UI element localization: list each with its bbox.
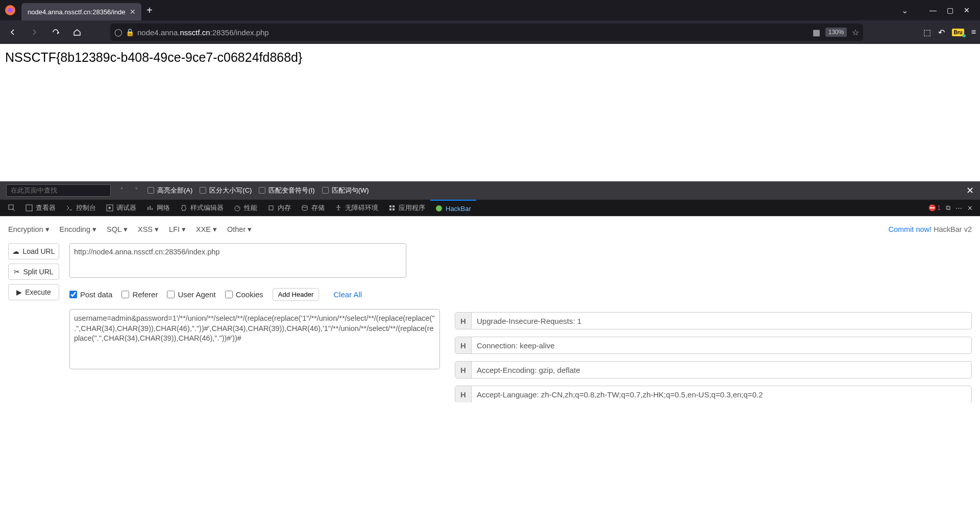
undo-icon[interactable]: ↶ [938, 28, 945, 37]
header-row[interactable]: HConnection: keep-alive [455, 337, 972, 354]
user-agent-checkbox[interactable]: User Agent [167, 290, 215, 299]
qr-icon[interactable]: ▦ [813, 28, 820, 37]
hackbar-menus: Encryption ▾ Encoding ▾ SQL ▾ XSS ▾ LFI … [8, 225, 252, 233]
tab-close-icon[interactable]: ✕ [130, 8, 136, 16]
headers-list: HUpgrade-Insecure-Requests: 1 HConnectio… [455, 312, 972, 402]
commit-link[interactable]: Commit now! [888, 225, 932, 233]
header-row[interactable]: HAccept-Encoding: gzip, deflate [455, 361, 972, 378]
flag-text: NSSCTF{8b12389c-b408-49ce-9ce7-c06824fd8… [5, 50, 302, 64]
svg-point-1 [8, 8, 13, 13]
find-next-icon[interactable]: ˅ [133, 186, 140, 195]
shield-icon[interactable]: ◯ [114, 28, 122, 36]
svg-rect-12 [393, 208, 395, 210]
hamburger-menu-icon[interactable]: ≡ [971, 28, 976, 37]
zoom-badge[interactable]: 130% [825, 28, 847, 37]
home-button[interactable] [68, 23, 86, 41]
caret-down-icon: ▾ [182, 225, 186, 233]
menu-xss[interactable]: XSS ▾ [138, 225, 159, 233]
tab-storage[interactable]: 存储 [296, 200, 330, 216]
menu-sql[interactable]: SQL ▾ [107, 225, 128, 233]
load-url-button[interactable]: ☁Load URL [8, 243, 59, 259]
header-badge: H [455, 386, 472, 402]
highlight-all-toggle[interactable]: 高亮全部(A) [148, 186, 192, 195]
header-badge: H [455, 313, 472, 329]
ext-puzzle-icon[interactable]: ⬚ [923, 28, 931, 37]
hackbar-panel: Encryption ▾ Encoding ▾ SQL ▾ XSS ▾ LFI … [0, 216, 980, 402]
svg-rect-11 [389, 208, 391, 210]
execute-button[interactable]: ▶Execute [8, 284, 59, 300]
menu-other[interactable]: Other ▾ [227, 225, 252, 233]
header-value: Connection: keep-alive [472, 337, 971, 353]
scissors-icon: ✂ [14, 268, 20, 276]
forward-button[interactable] [26, 23, 43, 41]
hackbar-brand: HackBar v2 [934, 225, 972, 233]
menu-encoding[interactable]: Encoding ▾ [60, 225, 96, 233]
tab-inspector[interactable]: 查看器 [20, 200, 61, 216]
insecure-lock-icon[interactable]: 🔒 [126, 28, 134, 36]
tab-memory[interactable]: 内存 [262, 200, 296, 216]
caret-down-icon: ▾ [213, 225, 217, 233]
header-badge: H [455, 362, 472, 378]
tab-hackbar[interactable]: HackBar [430, 200, 476, 216]
find-bar: ˄ ˅ 高亮全部(A) 区分大小写(C) 匹配变音符号(I) 匹配词句(W) ✕ [0, 181, 980, 199]
menu-xxe[interactable]: XXE ▾ [196, 225, 217, 233]
header-value: Accept-Language: zh-CN,zh;q=0.8,zh-TW;q=… [472, 386, 971, 402]
menu-lfi[interactable]: LFI ▾ [169, 225, 186, 233]
back-button[interactable] [4, 23, 21, 41]
tab-application[interactable]: 应用程序 [383, 200, 430, 216]
header-badge: H [455, 337, 472, 353]
add-header-button[interactable]: Add Header [273, 288, 319, 301]
devtools-picker-icon[interactable] [3, 200, 20, 216]
clear-all-link[interactable]: Clear All [333, 290, 362, 299]
bookmark-star-icon[interactable]: ☆ [852, 28, 859, 37]
find-close-icon[interactable]: ✕ [966, 185, 974, 196]
find-input[interactable] [6, 184, 111, 197]
find-prev-icon[interactable]: ˄ [118, 186, 126, 195]
devtools-close-icon[interactable]: ✕ [967, 204, 973, 212]
referer-checkbox[interactable]: Referer [121, 290, 158, 299]
firefox-logo-icon [4, 4, 16, 16]
tab-style-editor[interactable]: 样式编辑器 [175, 200, 229, 216]
minimize-icon[interactable]: — [929, 6, 937, 14]
tab-title: node4.anna.nssctf.cn:28356/inde [28, 8, 126, 16]
caret-down-icon: ▾ [92, 225, 96, 233]
tab-accessibility[interactable]: 无障碍环境 [330, 200, 383, 216]
bruno-extension-icon[interactable]: Bru [952, 29, 964, 36]
post-body-textarea[interactable] [69, 309, 440, 369]
svg-rect-3 [26, 205, 32, 211]
header-row[interactable]: HUpgrade-Insecure-Requests: 1 [455, 312, 972, 329]
tab-performance[interactable]: 性能 [229, 200, 262, 216]
titlebar: node4.anna.nssctf.cn:28356/inde ✕ + ⌄ — … [0, 0, 980, 20]
svg-point-13 [436, 205, 442, 211]
browser-tab[interactable]: node4.anna.nssctf.cn:28356/inde ✕ [21, 3, 141, 20]
cookies-checkbox[interactable]: Cookies [225, 290, 263, 299]
reload-button[interactable] [47, 23, 64, 41]
menu-encryption[interactable]: Encryption ▾ [8, 225, 50, 233]
caret-down-icon: ▾ [124, 225, 128, 233]
hackbar-left-buttons: ☁Load URL ✂Split URL ▶Execute [8, 243, 59, 402]
devtools-more-icon[interactable]: ⋯ [955, 204, 962, 212]
url-textarea[interactable] [69, 243, 406, 278]
maximize-icon[interactable]: ▢ [947, 6, 953, 14]
svg-point-8 [338, 205, 339, 207]
error-indicator[interactable]: ⛔ 1 [928, 204, 941, 211]
play-icon: ▶ [16, 288, 22, 296]
tab-debugger[interactable]: 调试器 [101, 200, 141, 216]
diacritics-toggle[interactable]: 匹配变音符号(I) [259, 186, 314, 195]
close-window-icon[interactable]: ✕ [964, 6, 970, 14]
new-tab-button[interactable]: + [146, 5, 153, 16]
header-value: Upgrade-Insecure-Requests: 1 [472, 313, 971, 329]
devtools-dock-icon[interactable]: ⧉ [946, 204, 950, 212]
whole-words-toggle[interactable]: 匹配词句(W) [322, 186, 369, 195]
url-bar[interactable]: ◯ 🔒 node4.anna.nssctf.cn:28356/index.php… [110, 23, 863, 41]
tab-network[interactable]: 网络 [141, 200, 175, 216]
svg-point-7 [302, 205, 307, 207]
split-url-button[interactable]: ✂Split URL [8, 264, 59, 280]
caret-down-icon: ▾ [155, 225, 159, 233]
match-case-toggle[interactable]: 区分大小写(C) [200, 186, 252, 195]
post-data-checkbox[interactable]: Post data [69, 290, 112, 299]
header-row[interactable]: HAccept-Language: zh-CN,zh;q=0.8,zh-TW;q… [455, 386, 972, 402]
window-controls: — ▢ ✕ [923, 6, 976, 14]
tab-console[interactable]: 控制台 [61, 200, 101, 216]
tabs-dropdown-icon[interactable]: ⌄ [901, 6, 908, 15]
